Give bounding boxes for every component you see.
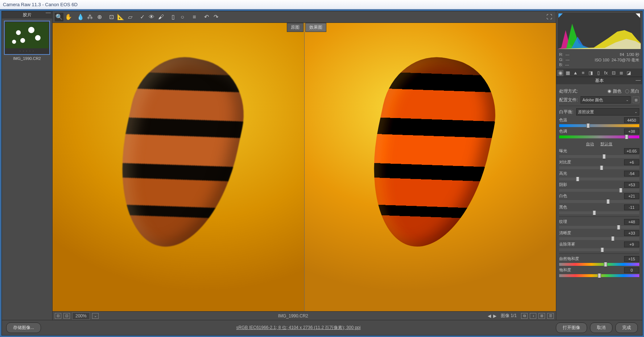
thumbnail-rating[interactable]: · · · · · xyxy=(5,48,49,53)
slider-track[interactable] xyxy=(559,135,639,138)
filmstrip-menu-icon[interactable] xyxy=(46,13,51,14)
slider-黑色[interactable]: 黑色-11 xyxy=(559,204,639,214)
slider-value[interactable]: +21 xyxy=(624,193,639,199)
slider-去除薄雾[interactable]: 去除薄雾+9 xyxy=(559,241,639,251)
prefs-icon[interactable]: ≡ xyxy=(190,13,199,21)
color-sampler-tool[interactable]: ⁂ xyxy=(86,13,94,21)
tab-split[interactable]: ◨ xyxy=(587,70,594,76)
crop-tool[interactable]: ⊡ xyxy=(107,13,116,21)
slider-value[interactable]: -54 xyxy=(624,171,639,176)
slider-value[interactable]: +9 xyxy=(624,241,639,247)
open-image-button[interactable]: 打开图像 xyxy=(556,322,587,333)
thumbnail[interactable]: · · · · · xyxy=(4,21,50,55)
preview-area[interactable]: 原图 效果图 xyxy=(53,23,556,311)
view-mode-b-icon[interactable]: ⊡ xyxy=(63,313,70,319)
panel-menu-icon[interactable] xyxy=(636,80,641,81)
slider-阴影[interactable]: 阴影+53 xyxy=(559,182,639,192)
wb-combo[interactable]: 原照设置⌄ xyxy=(576,108,639,115)
slider-label: 黑色 xyxy=(559,204,567,210)
tab-curve[interactable]: ▦ xyxy=(565,70,571,76)
zoom-level[interactable]: 200% xyxy=(72,312,90,320)
tab-snapshots[interactable]: ◪ xyxy=(626,70,632,76)
cancel-button[interactable]: 取消 xyxy=(590,322,612,333)
tab-presets[interactable]: ≣ xyxy=(618,70,624,76)
nav-next-icon[interactable]: ▶ xyxy=(493,313,496,318)
fullscreen-icon[interactable]: ⛶ xyxy=(545,13,554,21)
tab-basic[interactable]: ◉ xyxy=(557,70,564,76)
slider-track[interactable] xyxy=(559,178,639,180)
grad-filter-tool[interactable]: ▯ xyxy=(169,13,177,21)
compare-c-icon[interactable]: ⊞ xyxy=(538,313,545,319)
adjust-brush-tool[interactable]: 🖌 xyxy=(157,13,165,21)
slider-track[interactable] xyxy=(559,237,639,240)
target-adjust-tool[interactable]: ⊕ xyxy=(95,13,104,21)
slider-自然饱和度[interactable]: 自然饱和度+15 xyxy=(559,256,639,266)
slider-value[interactable]: +38 xyxy=(624,129,639,134)
straighten-tool[interactable]: 📐 xyxy=(116,13,125,21)
slider-曝光[interactable]: 曝光+0.65 xyxy=(559,148,639,158)
redeye-tool[interactable]: 👁 xyxy=(147,13,156,21)
slider-对比度[interactable]: 对比度+6 xyxy=(559,159,639,169)
slider-value[interactable]: +33 xyxy=(624,230,639,236)
histogram[interactable] xyxy=(558,13,641,49)
transform-tool[interactable]: ▱ xyxy=(126,13,135,21)
tab-detail[interactable]: ▲ xyxy=(572,70,579,76)
treatment-bw-radio[interactable]: 黑白 xyxy=(625,88,639,94)
tab-calib[interactable]: ⊟ xyxy=(610,70,617,76)
view-mode-a-icon[interactable]: ⊟ xyxy=(55,313,61,319)
tab-fx[interactable]: fx xyxy=(603,70,609,76)
slider-track[interactable] xyxy=(559,263,639,266)
slider-value[interactable]: +6 xyxy=(624,159,639,165)
zoom-dropdown-icon[interactable]: ⌄ xyxy=(92,313,99,319)
slider-track[interactable] xyxy=(559,274,639,277)
compare-a-icon[interactable]: ⧉ xyxy=(521,313,528,319)
slider-track[interactable] xyxy=(559,200,639,203)
slider-纹理[interactable]: 纹理+48 xyxy=(559,219,639,229)
slider-value[interactable]: +48 xyxy=(624,219,639,225)
treatment-color-radio[interactable]: 颜色 xyxy=(607,88,622,94)
workflow-info[interactable]: sRGB IEC61966-2.1; 8 位; 4104 x 2736 (11.… xyxy=(44,325,553,331)
auto-link[interactable]: 自动 xyxy=(586,141,594,147)
slider-白色[interactable]: 白色+21 xyxy=(559,193,639,203)
highlight-clip-icon[interactable] xyxy=(636,13,640,18)
compare-b-icon[interactable]: ⫞ xyxy=(530,313,536,319)
slider-value[interactable]: +53 xyxy=(624,182,639,188)
rotate-cw-icon[interactable]: ↷ xyxy=(211,13,220,21)
slider-track[interactable] xyxy=(559,166,639,169)
slider-track[interactable] xyxy=(559,248,639,251)
white-balance-tool[interactable]: 💧 xyxy=(76,13,85,21)
default-link[interactable]: 默认值 xyxy=(600,141,612,147)
radial-filter-tool[interactable]: ○ xyxy=(178,13,187,21)
slider-饱和度[interactable]: 饱和度0 xyxy=(559,267,639,277)
spot-removal-tool[interactable]: ✓ xyxy=(138,13,146,21)
slider-value[interactable]: +0.65 xyxy=(624,148,639,154)
hand-tool[interactable]: ✋ xyxy=(64,13,73,21)
profile-browser-icon[interactable]: ⊞ xyxy=(633,97,639,103)
tab-hsl[interactable]: ≡ xyxy=(580,70,586,76)
profile-combo[interactable]: Adobe 颜色⌄ xyxy=(581,96,631,103)
save-image-button[interactable]: 存储图像... xyxy=(6,322,41,333)
panel-toggle-icon[interactable]: ☰ xyxy=(547,313,554,319)
slider-track[interactable] xyxy=(559,124,639,127)
zoom-tool[interactable]: 🔍 xyxy=(55,13,63,21)
slider-value[interactable]: 4450 xyxy=(624,117,639,123)
tab-lens[interactable]: ▯ xyxy=(595,70,602,76)
slider-value[interactable]: -11 xyxy=(624,204,639,210)
done-button[interactable]: 完成 xyxy=(615,322,638,333)
slider-色温[interactable]: 色温4450 xyxy=(559,117,639,127)
basic-panel: 处理方式: 颜色 黑白 配置文件: Adobe 颜色⌄ ⊞ 白平衡: 原照设置⌄… xyxy=(556,84,642,320)
slider-value[interactable]: 0 xyxy=(624,267,639,273)
rotate-ccw-icon[interactable]: ↶ xyxy=(202,13,211,21)
slider-track[interactable] xyxy=(559,155,639,158)
before-label: 原图 xyxy=(287,23,304,32)
slider-value[interactable]: +15 xyxy=(624,256,639,262)
slider-label: 色调 xyxy=(559,129,567,134)
slider-清晰度[interactable]: 清晰度+33 xyxy=(559,230,639,240)
slider-色调[interactable]: 色调+38 xyxy=(559,129,639,138)
slider-track[interactable] xyxy=(559,211,639,214)
slider-高光[interactable]: 高光-54 xyxy=(559,171,639,180)
slider-track[interactable] xyxy=(559,189,639,192)
slider-track[interactable] xyxy=(559,226,639,229)
shadow-clip-icon[interactable] xyxy=(558,13,563,18)
nav-prev-icon[interactable]: ◀ xyxy=(488,313,491,318)
